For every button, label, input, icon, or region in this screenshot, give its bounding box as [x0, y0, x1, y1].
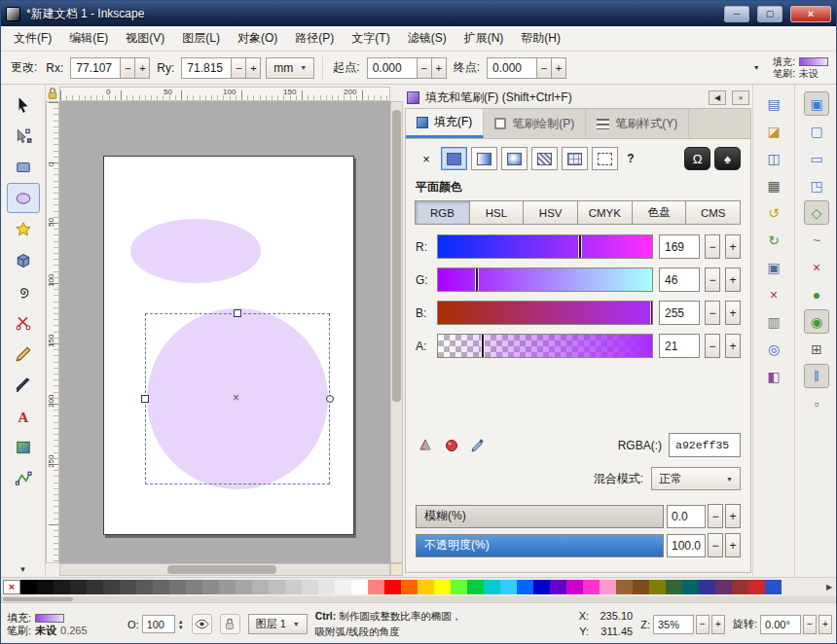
- radial-gradient-button[interactable]: [501, 147, 528, 170]
- mesh-gradient-button[interactable]: [562, 147, 588, 170]
- opacity-increment-button[interactable]: +: [725, 533, 741, 557]
- blur-increment-button[interactable]: +: [725, 504, 741, 528]
- palette-swatch[interactable]: [186, 580, 202, 594]
- ry-increment-button[interactable]: +: [245, 57, 261, 79]
- star-tool[interactable]: [7, 214, 40, 244]
- green-channel-slider[interactable]: [437, 268, 653, 292]
- menu-object[interactable]: 对象(O): [229, 26, 286, 51]
- node-tool[interactable]: [7, 121, 40, 151]
- print-icon[interactable]: ▦: [761, 173, 786, 197]
- rotate-ccw-button[interactable]: −: [803, 615, 817, 634]
- minimize-button[interactable]: ─: [724, 6, 749, 22]
- pencil-tool[interactable]: [7, 339, 40, 369]
- color-ball-icon[interactable]: [442, 436, 461, 455]
- colorspace-hsv-button[interactable]: HSV: [523, 200, 578, 225]
- end-decrement-button[interactable]: −: [536, 57, 552, 79]
- green-increment-button[interactable]: +: [725, 268, 741, 292]
- snap-center-icon[interactable]: ◉: [804, 309, 829, 334]
- palette-swatch[interactable]: [103, 580, 120, 594]
- dock-left-button[interactable]: ◀: [709, 90, 726, 105]
- green-decrement-button[interactable]: −: [705, 268, 720, 292]
- vertical-ruler[interactable]: 0 50 100 150 200 250: [46, 101, 59, 563]
- small-ellipse-shape[interactable]: [130, 219, 261, 283]
- menu-view[interactable]: 视图(V): [117, 26, 173, 51]
- palette-swatch[interactable]: [285, 580, 302, 594]
- slider-marker[interactable]: [482, 335, 484, 357]
- blue-channel-value[interactable]: 255: [659, 301, 700, 325]
- rx-increment-button[interactable]: +: [134, 57, 150, 79]
- open-folder-icon[interactable]: ◪: [761, 119, 786, 143]
- palette-swatch[interactable]: [517, 580, 533, 594]
- snap-node-icon[interactable]: ◇: [804, 200, 829, 225]
- fill-stroke-status[interactable]: 填充: 笔刷: 未设 0.265: [7, 613, 120, 636]
- snap-page-icon[interactable]: ▫: [804, 391, 829, 415]
- horizontal-scrollbar-thumb[interactable]: [167, 565, 276, 574]
- snap-bbox-edge-icon[interactable]: ▭: [804, 146, 829, 170]
- layer-dropdown[interactable]: 图层 1 ▼: [248, 614, 308, 634]
- toolbox-overflow-button[interactable]: ▼: [7, 565, 40, 574]
- palette-swatch[interactable]: [467, 580, 484, 594]
- start-increment-button[interactable]: +: [431, 57, 447, 79]
- scissors-tool[interactable]: [7, 307, 40, 338]
- palette-swatch[interactable]: [451, 580, 467, 594]
- alpha-channel-value[interactable]: 21: [659, 334, 700, 358]
- spin-down-icon[interactable]: ▼: [178, 625, 184, 630]
- save-icon[interactable]: ◫: [761, 146, 786, 170]
- status-opacity-value[interactable]: 100: [142, 615, 175, 633]
- blur-decrement-button[interactable]: −: [708, 504, 723, 528]
- palette-swatch[interactable]: [169, 580, 186, 594]
- palette-swatch[interactable]: [732, 580, 748, 594]
- gradient-tool[interactable]: [7, 432, 40, 462]
- palette-swatch[interactable]: [252, 580, 269, 594]
- vertical-scrollbar[interactable]: [390, 101, 403, 563]
- palette-swatch[interactable]: [418, 580, 434, 594]
- redo-icon[interactable]: ↻: [761, 228, 786, 252]
- palette-swatch[interactable]: [649, 580, 666, 594]
- status-fill-swatch[interactable]: [35, 614, 64, 623]
- rotation-value[interactable]: 0.00°: [760, 615, 801, 634]
- close-button[interactable]: ×: [790, 6, 831, 22]
- palette-scroll-right-button[interactable]: ▶: [822, 580, 836, 594]
- horizontal-ruler[interactable]: 0 50 100 150 200: [59, 87, 390, 101]
- blue-decrement-button[interactable]: −: [705, 301, 720, 325]
- slider-marker[interactable]: [579, 235, 581, 258]
- colorspace-rgb-button[interactable]: RGB: [415, 200, 470, 225]
- rx-value[interactable]: 77.107: [70, 57, 121, 79]
- cut-icon[interactable]: ×: [761, 282, 786, 306]
- palette-swatch[interactable]: [302, 580, 318, 594]
- red-channel-value[interactable]: 169: [659, 234, 700, 259]
- palette-swatch[interactable]: [236, 580, 252, 594]
- special-paint-button-1[interactable]: Ω: [684, 147, 710, 170]
- blue-increment-button[interactable]: +: [725, 301, 741, 325]
- palette-swatch[interactable]: [335, 580, 351, 594]
- ellipse-tool[interactable]: [7, 183, 40, 213]
- palette-swatch[interactable]: [37, 580, 54, 594]
- fill-stroke-dialog-icon[interactable]: ◧: [761, 364, 786, 388]
- zoom-icon[interactable]: ◎: [761, 337, 786, 361]
- alpha-decrement-button[interactable]: −: [705, 334, 720, 358]
- zoom-out-button[interactable]: −: [696, 615, 710, 634]
- alpha-channel-slider[interactable]: [437, 334, 653, 358]
- rx-decrement-button[interactable]: −: [120, 57, 135, 79]
- palette-swatch[interactable]: [699, 580, 715, 594]
- snap-midpoint-icon[interactable]: ●: [804, 282, 829, 306]
- rectangle-tool[interactable]: [7, 152, 40, 182]
- palette-swatch[interactable]: [550, 580, 566, 594]
- palette-swatch[interactable]: [202, 580, 219, 594]
- pattern-button[interactable]: [531, 147, 558, 170]
- selector-tool[interactable]: [7, 89, 40, 120]
- red-increment-button[interactable]: +: [725, 234, 741, 259]
- menu-layer[interactable]: 图层(L): [173, 26, 229, 51]
- snap-intersection-icon[interactable]: ×: [804, 255, 829, 279]
- menu-extensions[interactable]: 扩展(N): [455, 26, 513, 51]
- menu-text[interactable]: 文字(T): [343, 26, 398, 51]
- palette-swatch[interactable]: [136, 580, 153, 594]
- colorspace-wheel-button[interactable]: 色盘: [632, 200, 687, 225]
- zoom-in-button[interactable]: +: [711, 615, 725, 634]
- palette-swatch[interactable]: [500, 580, 517, 594]
- tab-stroke-paint[interactable]: 笔刷绘制(P): [484, 109, 586, 138]
- layer-lock-toggle[interactable]: [220, 614, 240, 634]
- toolbar-overflow-button[interactable]: ▼: [748, 57, 764, 79]
- zoom-value[interactable]: 35%: [653, 615, 694, 634]
- flat-color-button[interactable]: [441, 147, 467, 170]
